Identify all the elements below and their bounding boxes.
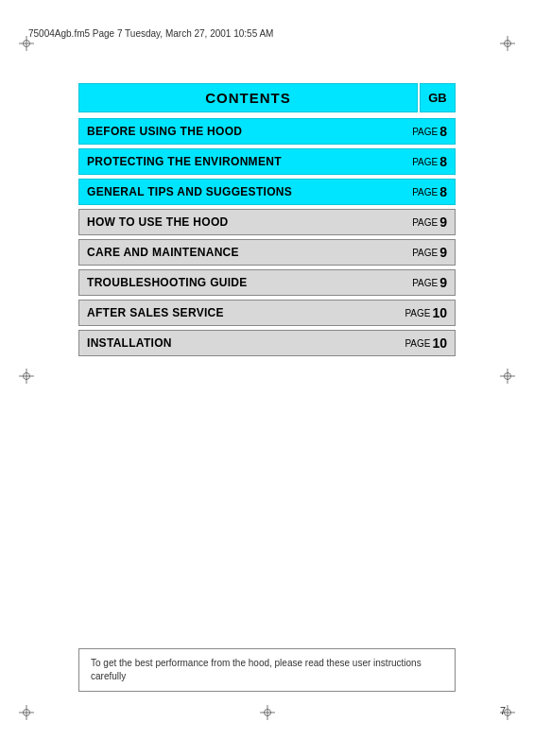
toc-page-word-2: PAGE xyxy=(412,187,438,198)
toc-page-num-7: 10 xyxy=(432,335,447,351)
contents-title-box: CONTENTS xyxy=(78,83,418,112)
contents-header: CONTENTS GB xyxy=(78,83,456,112)
toc-row-inner-1: PROTECTING THE ENVIRONMENTPAGE 8 xyxy=(78,148,456,175)
toc-page-1: PAGE 8 xyxy=(379,149,455,174)
toc-page-num-0: 8 xyxy=(439,124,447,139)
toc-row: CARE AND MAINTENANCEPAGE 9 xyxy=(78,239,456,266)
toc-page-word-0: PAGE xyxy=(412,127,438,137)
header-bar: 75004Agb.fm5 Page 7 Tuesday, March 27, 2… xyxy=(28,28,506,39)
contents-title: CONTENTS xyxy=(205,90,291,106)
toc-row-inner-4: CARE AND MAINTENANCEPAGE 9 xyxy=(78,239,456,266)
toc-row: TROUBLESHOOTING GUIDEPAGE 9 xyxy=(78,269,456,296)
header-file-info: 75004Agb.fm5 Page 7 Tuesday, March 27, 2… xyxy=(28,28,273,39)
toc-page-num-5: 9 xyxy=(439,275,447,290)
toc-page-word-7: PAGE xyxy=(405,338,430,349)
toc-label-1: PROTECTING THE ENVIRONMENT xyxy=(79,149,379,174)
toc-label-7: INSTALLATION xyxy=(79,331,379,355)
gb-label: GB xyxy=(428,91,447,105)
toc-label-3: HOW TO USE THE HOOD xyxy=(79,210,379,234)
toc-page-word-4: PAGE xyxy=(412,248,438,258)
toc-label-2: GENERAL TIPS AND SUGGESTIONS xyxy=(79,180,379,204)
toc-page-7: PAGE 10 xyxy=(379,331,455,355)
toc-page-2: PAGE 8 xyxy=(379,180,455,204)
toc-page-5: PAGE 9 xyxy=(379,270,455,295)
toc-page-word-3: PAGE xyxy=(412,217,438,228)
bottom-note-text: To get the best performance from the hoo… xyxy=(91,658,422,681)
bottom-note: To get the best performance from the hoo… xyxy=(78,648,456,692)
toc-row: GENERAL TIPS AND SUGGESTIONSPAGE 8 xyxy=(78,179,456,205)
toc-page-3: PAGE 9 xyxy=(379,210,455,234)
toc-label-5: TROUBLESHOOTING GUIDE xyxy=(79,270,379,295)
crosshair-top-left xyxy=(19,36,34,51)
toc-page-num-6: 10 xyxy=(432,305,447,320)
toc-page-0: PAGE 8 xyxy=(379,119,455,144)
toc-row-inner-5: TROUBLESHOOTING GUIDEPAGE 9 xyxy=(78,269,456,296)
toc-page-word-5: PAGE xyxy=(412,278,438,288)
toc-label-4: CARE AND MAINTENANCE xyxy=(79,240,379,265)
gb-box: GB xyxy=(420,83,456,112)
toc-row-inner-2: GENERAL TIPS AND SUGGESTIONSPAGE 8 xyxy=(78,179,456,205)
page-container: 75004Agb.fm5 Page 7 Tuesday, March 27, 2… xyxy=(0,0,534,756)
crosshair-top-right xyxy=(500,36,515,51)
contents-area: CONTENTS GB BEFORE USING THE HOODPAGE 8P… xyxy=(78,83,456,360)
toc-row: PROTECTING THE ENVIRONMENTPAGE 8 xyxy=(78,148,456,175)
toc-rows-container: BEFORE USING THE HOODPAGE 8PROTECTING TH… xyxy=(78,118,456,356)
toc-page-num-2: 8 xyxy=(439,184,447,199)
page-number: 7 xyxy=(500,705,506,716)
crosshair-mid-right xyxy=(500,369,515,384)
toc-row-inner-6: AFTER SALES SERVICEPAGE 10 xyxy=(78,300,456,326)
toc-row: INSTALLATIONPAGE 10 xyxy=(78,330,456,356)
toc-page-word-1: PAGE xyxy=(412,157,438,167)
toc-row-inner-7: INSTALLATIONPAGE 10 xyxy=(78,330,456,356)
toc-page-num-3: 9 xyxy=(439,215,447,230)
toc-row: AFTER SALES SERVICEPAGE 10 xyxy=(78,300,456,326)
toc-page-6: PAGE 10 xyxy=(379,301,455,325)
toc-label-6: AFTER SALES SERVICE xyxy=(79,301,379,325)
toc-row: HOW TO USE THE HOODPAGE 9 xyxy=(78,209,456,235)
crosshair-bot-center xyxy=(260,705,275,720)
toc-page-word-6: PAGE xyxy=(405,308,430,318)
toc-row: BEFORE USING THE HOODPAGE 8 xyxy=(78,118,456,145)
crosshair-mid-left xyxy=(19,369,34,384)
crosshair-bot-left xyxy=(19,705,34,720)
toc-page-num-1: 8 xyxy=(439,154,447,169)
toc-page-4: PAGE 9 xyxy=(379,240,455,265)
toc-page-num-4: 9 xyxy=(439,245,447,260)
toc-row-inner-0: BEFORE USING THE HOODPAGE 8 xyxy=(78,118,456,145)
toc-label-0: BEFORE USING THE HOOD xyxy=(79,119,379,144)
toc-row-inner-3: HOW TO USE THE HOODPAGE 9 xyxy=(78,209,456,235)
